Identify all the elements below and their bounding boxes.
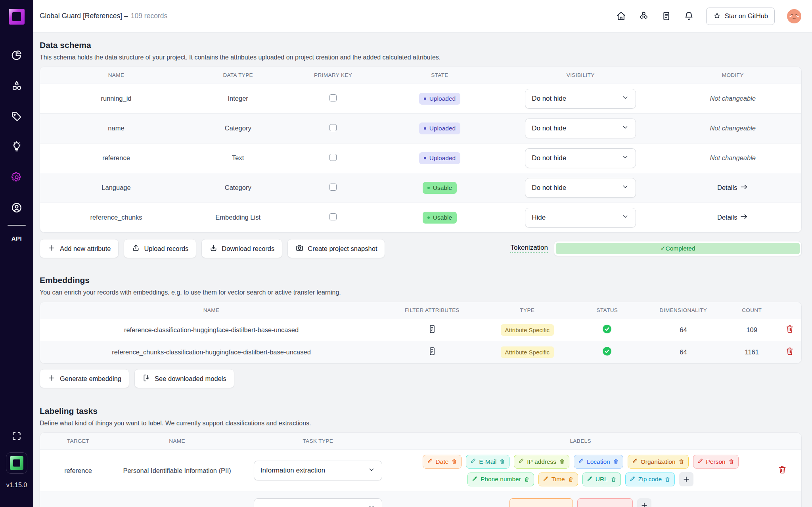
edit-label-icon[interactable] — [472, 476, 478, 483]
delete-embedding-button[interactable] — [785, 346, 795, 356]
edit-label-icon[interactable] — [518, 458, 524, 465]
label-chip[interactable]: URL — [582, 473, 621, 486]
label-chip[interactable]: E-Mail — [466, 455, 509, 469]
label-chip[interactable] — [509, 498, 573, 507]
download-records-button[interactable]: Download records — [201, 239, 282, 258]
visibility-select[interactable]: Do not hide — [525, 89, 636, 109]
attribute-data-type: Integer — [192, 84, 283, 113]
label-chip[interactable]: IP address — [514, 455, 569, 469]
notifications-icon[interactable] — [684, 11, 694, 21]
delete-label-icon[interactable] — [728, 459, 734, 465]
data-browser-icon[interactable] — [11, 80, 23, 92]
primary-key-checkbox[interactable] — [329, 213, 337, 220]
embeddings-table: NAMEFILTER ATTRIBUTESTYPESTATUSDIMENSION… — [40, 302, 801, 363]
delete-embedding-button[interactable] — [785, 324, 795, 334]
heuristics-icon[interactable] — [11, 141, 23, 153]
delete-label-icon[interactable] — [613, 459, 619, 465]
state-badge: Usable — [423, 212, 457, 224]
delete-label-icon[interactable] — [568, 476, 574, 482]
visibility-select[interactable]: Do not hide — [525, 178, 636, 198]
label-chip[interactable]: Date — [423, 455, 462, 469]
label-chip[interactable]: Location — [574, 455, 623, 469]
download-box-icon — [142, 374, 151, 384]
fullscreen-icon[interactable] — [11, 431, 22, 441]
edit-label-icon[interactable] — [697, 458, 703, 465]
integrations-icon[interactable] — [638, 11, 649, 21]
edit-label-icon[interactable] — [427, 458, 433, 465]
schema-table-card: NAMEDATA TYPEPRIMARY KEYSTATEVISIBILITYM… — [40, 67, 802, 233]
label-chip[interactable]: Person — [693, 455, 739, 469]
app-logo[interactable] — [9, 9, 25, 25]
overview-icon[interactable] — [11, 49, 23, 61]
tokenization-label[interactable]: Tokenization — [510, 244, 548, 253]
add-label-button[interactable] — [679, 472, 693, 486]
label-chip[interactable]: Time — [538, 473, 578, 486]
labeling-icon[interactable] — [11, 110, 23, 122]
api-label[interactable]: API — [11, 235, 22, 242]
visibility-select[interactable]: Do not hide — [525, 148, 636, 168]
notes-icon[interactable] — [661, 11, 672, 21]
label-chip[interactable] — [577, 498, 633, 507]
primary-key-checkbox[interactable] — [329, 124, 337, 131]
column-header: TASK TYPE — [238, 433, 398, 450]
labeling-task-row-partial — [40, 492, 801, 507]
home-icon[interactable] — [616, 11, 626, 21]
label-chip[interactable]: Organization — [628, 455, 689, 469]
label-text: E-Mail — [479, 458, 496, 465]
task-type-select[interactable]: Information extraction — [254, 461, 382, 480]
task-type-select[interactable] — [254, 498, 382, 507]
upload-records-button[interactable]: Upload records — [124, 239, 196, 258]
main-area: Global Guard [References] – 109 records … — [33, 0, 812, 507]
chevron-down-icon — [621, 212, 629, 222]
delete-task-button[interactable] — [778, 465, 787, 474]
label-chip[interactable]: Zip code — [625, 473, 675, 486]
delete-label-icon[interactable] — [451, 459, 457, 465]
filter-attributes-icon[interactable] — [427, 324, 437, 334]
camera-icon — [295, 244, 304, 254]
see-downloaded-models-button[interactable]: See downloaded models — [134, 369, 234, 388]
delete-label-icon[interactable] — [559, 459, 565, 465]
edit-label-icon[interactable] — [543, 476, 549, 483]
embedding-table-row: reference-classification-huggingface-dis… — [40, 319, 801, 341]
delete-label-icon[interactable] — [678, 459, 684, 465]
label-text: Zip code — [638, 476, 662, 483]
visibility-select[interactable]: Hide — [525, 208, 636, 228]
primary-key-checkbox[interactable] — [329, 154, 337, 161]
details-link[interactable]: Details — [717, 212, 748, 222]
edit-label-icon[interactable] — [630, 476, 636, 483]
visibility-select[interactable]: Do not hide — [525, 119, 636, 138]
label-chip[interactable]: Phone number — [467, 473, 534, 486]
add-new-attribute-button[interactable]: Add new attribute — [40, 239, 119, 258]
generate-embedding-button[interactable]: Generate embedding — [40, 369, 129, 388]
settings-icon[interactable] — [11, 171, 23, 183]
primary-key-checkbox[interactable] — [329, 94, 337, 101]
state-dot-icon — [427, 216, 430, 219]
delete-label-icon[interactable] — [524, 476, 530, 482]
star-on-github-button[interactable]: Star on GitHub — [706, 8, 775, 25]
edit-label-icon[interactable] — [470, 458, 476, 465]
admin-icon[interactable] — [11, 202, 23, 214]
edit-label-icon[interactable] — [587, 476, 593, 483]
state-dot-icon — [424, 98, 426, 100]
delete-label-icon[interactable] — [499, 459, 505, 465]
delete-label-icon[interactable] — [665, 476, 670, 482]
brand-logo-box[interactable] — [6, 452, 27, 474]
avatar[interactable] — [787, 9, 802, 24]
attribute-name: running_id — [40, 84, 192, 113]
delete-label-icon[interactable] — [611, 476, 617, 482]
edit-label-icon[interactable] — [632, 458, 638, 465]
primary-key-checkbox[interactable] — [329, 184, 337, 191]
create-project-snapshot-button[interactable]: Create project snapshot — [287, 239, 385, 258]
edit-label-icon[interactable] — [578, 458, 584, 465]
task-name: Personal Identifiable Information (PII) — [116, 450, 238, 492]
details-link[interactable]: Details — [717, 183, 748, 193]
state-badge: Usable — [423, 182, 457, 194]
header-actions: Star on GitHub — [616, 8, 802, 25]
state-badge: Uploaded — [419, 152, 460, 164]
plus-icon — [48, 244, 56, 254]
embedding-dimensionality: 64 — [642, 341, 725, 363]
add-label-button[interactable] — [637, 498, 651, 507]
arrow-right-icon — [740, 212, 748, 222]
labels-container — [398, 498, 763, 507]
filter-attributes-icon[interactable] — [427, 346, 437, 356]
